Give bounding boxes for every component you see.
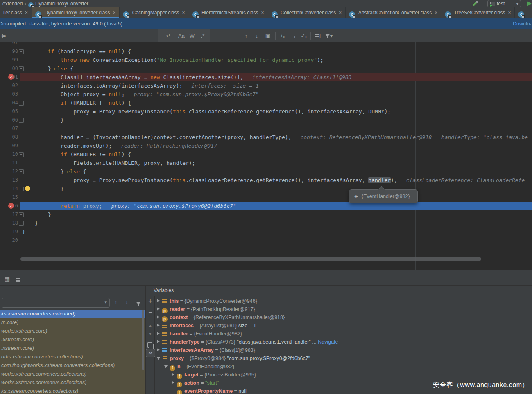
stack-frame-item[interactable]: works.xstream.core) (0, 327, 145, 335)
close-icon[interactable]: × (339, 10, 342, 16)
close-icon[interactable]: × (261, 10, 264, 16)
code-editor[interactable]: 9798− if (handlerType == null) {99 throw… (0, 42, 532, 270)
frames-filter-icon[interactable] (136, 300, 141, 307)
editor-tab[interactable]: C CachingMapper.class× (120, 7, 189, 18)
find-toolbar: ⇇ ↵ Aa W .* ↑ ↓ ▣ +II −II ✓II I ▾ (0, 29, 532, 43)
wrench-icon[interactable] (472, 1, 478, 7)
field-f-icon: f (177, 382, 182, 387)
token: "No InvocationHandler specified for dyna… (157, 57, 317, 63)
expand-value-icon[interactable]: + (354, 190, 358, 203)
variable-row[interactable]: interfacesAsArray = {Class[1]@983} (155, 346, 532, 354)
remove-occurrence-button[interactable]: −II (288, 29, 297, 42)
fold-marker-icon[interactable]: − (19, 187, 24, 191)
expand-arrow-icon[interactable] (157, 299, 160, 302)
close-icon[interactable]: × (182, 10, 185, 16)
code-line: 09 reader.moveUp();reader: PathTrackingR… (0, 142, 532, 150)
fold-marker-icon[interactable]: − (19, 49, 24, 54)
editor-tab[interactable]: C HierarchicalStreams.class× (189, 7, 268, 18)
return-icon[interactable]: ↵ (163, 29, 174, 42)
code-line: 17− } (0, 210, 532, 219)
token: ) { (122, 151, 131, 158)
toggle-occurrence-button[interactable]: ✓II (299, 29, 308, 42)
variable-row[interactable]: interfaces = {ArrayList@981} size = 1 (155, 322, 532, 330)
stack-frame-item[interactable]: ks.xstream.converters.extended) (0, 310, 145, 318)
previous-occurrence-button[interactable]: ↑ (242, 29, 251, 42)
fold-marker-icon[interactable]: − (19, 101, 24, 106)
show-watches-toggle[interactable]: ∞ (146, 349, 155, 357)
expand-arrow-icon[interactable] (157, 357, 160, 360)
line-number: 09 (0, 142, 18, 150)
run-button[interactable] (527, 1, 532, 6)
variable-value: {Class[1]@983} (220, 347, 255, 353)
horizontal-scrollbar[interactable] (20, 257, 481, 261)
editor-tab[interactable]: C DynamicProxyConverter.class× (32, 7, 120, 18)
expand-arrow-icon[interactable] (172, 381, 174, 384)
settings-sliders-icon[interactable] (16, 276, 20, 283)
close-icon[interactable]: × (435, 10, 437, 16)
stack-frame-item[interactable]: .xstream.core) (0, 335, 145, 344)
stack-frame-item[interactable]: works.xstream.converters.collections) (0, 370, 145, 378)
expand-arrow-icon[interactable] (157, 307, 160, 311)
editor-tab[interactable]: C TreeSetConverter.class× (441, 7, 515, 18)
stack-frame-item[interactable]: ks.xstream.converters.collections) (0, 387, 145, 394)
fold-marker-icon[interactable]: − (19, 152, 24, 157)
stack-frame-item[interactable]: orks.xstream.converters.collections) (0, 353, 145, 361)
expand-arrow-icon[interactable] (157, 332, 160, 335)
variable-value: "class java.beans.EventHandler" (235, 339, 311, 345)
close-icon[interactable]: × (25, 10, 28, 16)
stack-frame-item[interactable]: m.core) (0, 318, 145, 327)
frames-scrollbar[interactable] (142, 310, 144, 370)
close-icon[interactable]: × (508, 10, 511, 16)
breadcrumb-item-class[interactable]: DynamicProxyConverter (35, 1, 88, 7)
filter-icon[interactable]: ▾ (324, 29, 333, 42)
variable-row[interactable]: this = {DynamicProxyConverter@946} (155, 297, 532, 305)
breadcrumb-item-extended[interactable]: extended (2, 1, 23, 7)
copy-icon[interactable] (147, 342, 152, 348)
variable-row[interactable]: proxy = {$Proxy0@984} "com.sun.proxy.$Pr… (155, 354, 532, 362)
frame-down-button[interactable]: ↓ (125, 299, 128, 305)
select-all-occurrences-button[interactable]: ▣ (263, 29, 272, 42)
fold-marker-icon[interactable]: − (19, 212, 24, 217)
run-configuration-select[interactable]: test ▾ (487, 0, 521, 7)
frame-up-button[interactable]: ↑ (115, 299, 118, 305)
fold-marker-icon[interactable]: − (19, 66, 24, 71)
fold-marker-icon[interactable]: − (19, 221, 24, 226)
variable-row[interactable]: handler = {EventHandler@982} (155, 330, 532, 338)
view-options-icon[interactable]: I (313, 29, 323, 42)
stack-frame-item[interactable]: .xstream.core) (0, 344, 145, 353)
move-down-icon[interactable]: ▼ (147, 332, 154, 336)
editor-tab[interactable]: ller.class× (0, 7, 32, 18)
match-case-button[interactable]: Aa (176, 29, 187, 42)
add-occurrence-button[interactable]: +II (278, 29, 287, 42)
expand-arrow-icon[interactable] (157, 348, 160, 351)
expand-arrow-icon[interactable] (157, 340, 160, 343)
expand-arrow-icon[interactable] (157, 324, 160, 327)
variable-row[interactable]: fh = {EventHandler@982} (155, 362, 532, 371)
stack-frame-item[interactable]: com.thoughtworks.xstream.converters.coll… (0, 361, 145, 370)
next-occurrence-button[interactable]: ↓ (252, 29, 261, 42)
download-link[interactable]: Download (513, 18, 532, 29)
navigate-link[interactable]: Navigate (317, 339, 338, 345)
add-watch-button[interactable]: + (147, 297, 154, 305)
fold-marker-icon[interactable]: − (19, 169, 24, 174)
variable-row[interactable]: pcontext = {ReferenceByXPathUnmarshaller… (155, 313, 532, 322)
words-button[interactable]: W (187, 29, 197, 42)
variable-row[interactable]: preader = {PathTrackingReader@917} (155, 305, 532, 313)
editor-tab[interactable]: C CollectionConverter.class× (268, 7, 346, 18)
close-icon[interactable]: × (113, 10, 115, 16)
expand-arrow-icon[interactable] (157, 315, 160, 319)
expand-arrow-icon[interactable] (172, 373, 174, 376)
move-up-icon[interactable]: ▲ (147, 324, 154, 328)
variable-row[interactable]: ftarget = {ProcessBuilder@995} (155, 371, 532, 379)
fold-marker-icon[interactable]: − (19, 118, 24, 123)
stack-frame-item[interactable]: works.xstream.converters.collections) (0, 378, 145, 387)
editor-tab[interactable]: C AbstractCollectionConverter.class× (346, 7, 441, 18)
layout-grid-icon[interactable]: ▦ (5, 276, 10, 282)
expand-arrow-icon[interactable] (164, 365, 168, 368)
cursor-icon[interactable]: ⇇ (1, 29, 7, 42)
editor-tab[interactable]: C (515, 7, 530, 18)
regex-button[interactable]: .* (198, 29, 208, 42)
thread-selector-combobox[interactable]: ▾ (2, 298, 110, 308)
variable-row[interactable]: handlerType = {Class@973} "class java.be… (155, 338, 532, 346)
remove-watch-button[interactable]: − (147, 309, 154, 316)
